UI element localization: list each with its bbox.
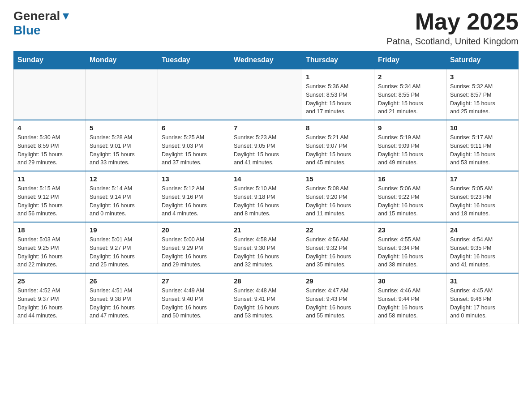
weekday-header-tuesday: Tuesday <box>158 51 230 69</box>
day-number: 5 <box>90 124 154 132</box>
day-number: 4 <box>17 124 82 132</box>
day-number: 3 <box>450 73 515 81</box>
calendar-cell: 23Sunrise: 4:55 AMSunset: 9:34 PMDayligh… <box>374 222 446 273</box>
day-info: Sunrise: 5:17 AMSunset: 9:11 PMDaylight:… <box>450 133 515 167</box>
day-info: Sunrise: 5:30 AMSunset: 8:59 PMDaylight:… <box>17 133 82 167</box>
day-number: 31 <box>450 277 515 285</box>
calendar-cell <box>86 69 158 120</box>
calendar-cell: 16Sunrise: 5:06 AMSunset: 9:22 PMDayligh… <box>374 171 446 222</box>
day-info: Sunrise: 4:49 AMSunset: 9:40 PMDaylight:… <box>162 287 226 320</box>
logo-arrow-icon <box>61 12 71 21</box>
day-info: Sunrise: 4:58 AMSunset: 9:30 PMDaylight:… <box>234 235 298 269</box>
calendar-cell: 30Sunrise: 4:46 AMSunset: 9:44 PMDayligh… <box>374 273 446 324</box>
calendar-week-1: 1Sunrise: 5:36 AMSunset: 8:53 PMDaylight… <box>14 69 519 120</box>
weekday-header-monday: Monday <box>86 51 158 69</box>
calendar-cell: 14Sunrise: 5:10 AMSunset: 9:18 PMDayligh… <box>230 171 302 222</box>
calendar-cell: 15Sunrise: 5:08 AMSunset: 9:20 PMDayligh… <box>302 171 374 222</box>
day-number: 16 <box>378 175 442 183</box>
calendar-cell: 9Sunrise: 5:19 AMSunset: 9:09 PMDaylight… <box>374 120 446 171</box>
day-number: 18 <box>17 226 82 234</box>
day-number: 26 <box>90 277 154 285</box>
calendar-cell: 13Sunrise: 5:12 AMSunset: 9:16 PMDayligh… <box>158 171 230 222</box>
title-block: May 2025 Patna, Scotland, United Kingdom <box>386 9 519 47</box>
day-number: 27 <box>162 277 226 285</box>
day-info: Sunrise: 4:51 AMSunset: 9:38 PMDaylight:… <box>90 287 154 320</box>
weekday-header-saturday: Saturday <box>446 51 519 69</box>
day-info: Sunrise: 4:45 AMSunset: 9:46 PMDaylight:… <box>450 287 515 320</box>
calendar-cell: 28Sunrise: 4:48 AMSunset: 9:41 PMDayligh… <box>230 273 302 324</box>
calendar-cell: 10Sunrise: 5:17 AMSunset: 9:11 PMDayligh… <box>446 120 519 171</box>
logo-blue-text: Blue <box>13 23 41 37</box>
day-number: 23 <box>378 226 442 234</box>
calendar-cell: 22Sunrise: 4:56 AMSunset: 9:32 PMDayligh… <box>302 222 374 273</box>
day-number: 13 <box>162 175 226 183</box>
day-info: Sunrise: 5:28 AMSunset: 9:01 PMDaylight:… <box>90 133 154 167</box>
day-info: Sunrise: 5:25 AMSunset: 9:03 PMDaylight:… <box>162 133 226 167</box>
day-info: Sunrise: 5:12 AMSunset: 9:16 PMDaylight:… <box>162 184 226 218</box>
day-number: 6 <box>162 124 226 132</box>
svg-marker-0 <box>63 13 69 20</box>
location: Patna, Scotland, United Kingdom <box>386 36 519 47</box>
calendar-week-5: 25Sunrise: 4:52 AMSunset: 9:37 PMDayligh… <box>14 273 519 324</box>
calendar-week-2: 4Sunrise: 5:30 AMSunset: 8:59 PMDaylight… <box>14 120 519 171</box>
day-number: 20 <box>162 226 226 234</box>
calendar-cell: 18Sunrise: 5:03 AMSunset: 9:25 PMDayligh… <box>14 222 86 273</box>
day-info: Sunrise: 5:36 AMSunset: 8:53 PMDaylight:… <box>306 82 370 116</box>
day-number: 11 <box>17 175 82 183</box>
day-number: 22 <box>306 226 370 234</box>
day-info: Sunrise: 4:52 AMSunset: 9:37 PMDaylight:… <box>17 287 82 320</box>
weekday-header-friday: Friday <box>374 51 446 69</box>
day-info: Sunrise: 5:03 AMSunset: 9:25 PMDaylight:… <box>17 235 82 269</box>
day-info: Sunrise: 4:47 AMSunset: 9:43 PMDaylight:… <box>306 287 370 320</box>
calendar-cell: 7Sunrise: 5:23 AMSunset: 9:05 PMDaylight… <box>230 120 302 171</box>
day-number: 2 <box>378 73 442 81</box>
weekday-header-wednesday: Wednesday <box>230 51 302 69</box>
calendar-cell: 1Sunrise: 5:36 AMSunset: 8:53 PMDaylight… <box>302 69 374 120</box>
day-number: 9 <box>378 124 442 132</box>
day-number: 21 <box>234 226 298 234</box>
weekday-header-thursday: Thursday <box>302 51 374 69</box>
calendar-cell: 20Sunrise: 5:00 AMSunset: 9:29 PMDayligh… <box>158 222 230 273</box>
calendar-cell: 25Sunrise: 4:52 AMSunset: 9:37 PMDayligh… <box>14 273 86 324</box>
calendar-cell: 2Sunrise: 5:34 AMSunset: 8:55 PMDaylight… <box>374 69 446 120</box>
calendar-cell: 8Sunrise: 5:21 AMSunset: 9:07 PMDaylight… <box>302 120 374 171</box>
day-number: 12 <box>90 175 154 183</box>
day-number: 15 <box>306 175 370 183</box>
day-info: Sunrise: 5:34 AMSunset: 8:55 PMDaylight:… <box>378 82 442 116</box>
day-info: Sunrise: 5:23 AMSunset: 9:05 PMDaylight:… <box>234 133 298 167</box>
day-info: Sunrise: 5:06 AMSunset: 9:22 PMDaylight:… <box>378 184 442 218</box>
day-info: Sunrise: 5:00 AMSunset: 9:29 PMDaylight:… <box>162 235 226 269</box>
calendar-cell: 4Sunrise: 5:30 AMSunset: 8:59 PMDaylight… <box>14 120 86 171</box>
day-number: 19 <box>90 226 154 234</box>
calendar-week-3: 11Sunrise: 5:15 AMSunset: 9:12 PMDayligh… <box>14 171 519 222</box>
day-number: 28 <box>234 277 298 285</box>
day-number: 1 <box>306 73 370 81</box>
calendar-cell: 31Sunrise: 4:45 AMSunset: 9:46 PMDayligh… <box>446 273 519 324</box>
day-number: 29 <box>306 277 370 285</box>
weekday-header-sunday: Sunday <box>14 51 86 69</box>
logo-general-text: General <box>13 9 60 23</box>
day-number: 24 <box>450 226 515 234</box>
calendar-cell: 29Sunrise: 4:47 AMSunset: 9:43 PMDayligh… <box>302 273 374 324</box>
calendar-cell: 24Sunrise: 4:54 AMSunset: 9:35 PMDayligh… <box>446 222 519 273</box>
calendar-cell: 3Sunrise: 5:32 AMSunset: 8:57 PMDaylight… <box>446 69 519 120</box>
calendar-cell: 11Sunrise: 5:15 AMSunset: 9:12 PMDayligh… <box>14 171 86 222</box>
day-info: Sunrise: 5:32 AMSunset: 8:57 PMDaylight:… <box>450 82 515 116</box>
day-number: 14 <box>234 175 298 183</box>
day-info: Sunrise: 5:05 AMSunset: 9:23 PMDaylight:… <box>450 184 515 218</box>
day-info: Sunrise: 5:14 AMSunset: 9:14 PMDaylight:… <box>90 184 154 218</box>
day-info: Sunrise: 5:15 AMSunset: 9:12 PMDaylight:… <box>17 184 82 218</box>
day-info: Sunrise: 4:56 AMSunset: 9:32 PMDaylight:… <box>306 235 370 269</box>
day-info: Sunrise: 5:19 AMSunset: 9:09 PMDaylight:… <box>378 133 442 167</box>
day-number: 8 <box>306 124 370 132</box>
calendar-cell: 12Sunrise: 5:14 AMSunset: 9:14 PMDayligh… <box>86 171 158 222</box>
calendar-header-row: SundayMondayTuesdayWednesdayThursdayFrid… <box>14 51 519 69</box>
day-number: 25 <box>17 277 82 285</box>
page-header: General Blue May 2025 Patna, Scotland, U… <box>13 9 519 47</box>
day-info: Sunrise: 5:08 AMSunset: 9:20 PMDaylight:… <box>306 184 370 218</box>
day-info: Sunrise: 4:46 AMSunset: 9:44 PMDaylight:… <box>378 287 442 320</box>
day-number: 7 <box>234 124 298 132</box>
day-number: 10 <box>450 124 515 132</box>
day-number: 30 <box>378 277 442 285</box>
day-info: Sunrise: 5:21 AMSunset: 9:07 PMDaylight:… <box>306 133 370 167</box>
